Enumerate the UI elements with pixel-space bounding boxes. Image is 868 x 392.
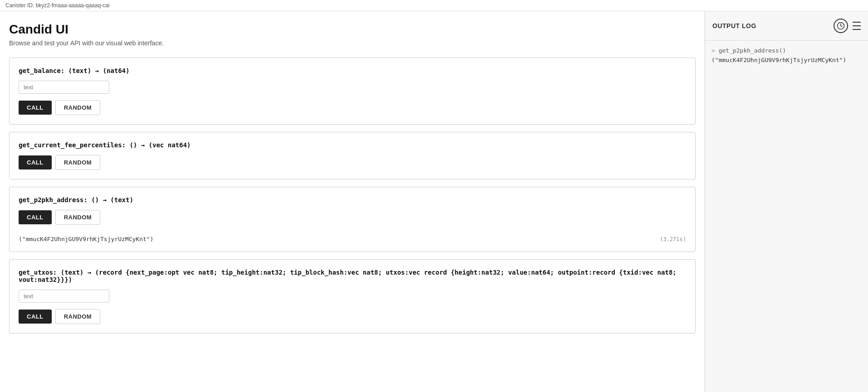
left-panel: Candid UI Browse and test your API with … <box>0 11 705 392</box>
get-p2pkh-result-row: ("mmucK4F2UhnjGU9V9rhKjTsjyrUzMCyKnt") (… <box>19 231 686 242</box>
output-entry-0: get_p2pkh_address() ("mmucK4F2UhnjGU9V9r… <box>711 45 862 64</box>
api-signature-get-p2pkh-address: get_p2pkh_address: () → (text) <box>19 196 686 203</box>
get-utxos-call-button[interactable]: CALL <box>19 310 52 324</box>
output-call-0: get_p2pkh_address() <box>711 45 862 56</box>
right-header-controls <box>834 19 861 33</box>
main-layout: Candid UI Browse and test your API with … <box>0 11 868 392</box>
api-card-get-p2pkh-address: get_p2pkh_address: () → (text) CALL RAND… <box>9 187 696 252</box>
api-signature-get-current-fee-percentiles: get_current_fee_percentiles: () → (vec n… <box>19 141 686 149</box>
output-log-content: get_p2pkh_address() ("mmucK4F2UhnjGU9V9r… <box>705 41 868 392</box>
output-log-title: OUTPUT LOG <box>712 22 756 29</box>
get-balance-call-button[interactable]: CALL <box>19 101 52 115</box>
get-p2pkh-btn-row: CALL RANDOM <box>19 210 686 225</box>
get-utxos-random-button[interactable]: RANDOM <box>55 309 101 324</box>
clock-icon[interactable] <box>834 19 848 33</box>
output-result-0: ("mmucK4F2UhnjGU9V9rhKjTsjyrUzMCyKnt") <box>711 56 862 64</box>
right-panel: OUTPUT LOG get_p2pkh_address() <box>705 11 868 392</box>
api-signature-get-utxos: get_utxos: (text) → (record {next_page:o… <box>19 269 686 283</box>
top-bar: Canister ID: bkyz2-fmaaa-aaaaa-qaaaq-cai <box>0 0 868 11</box>
page-subtitle: Browse and test your API with our visual… <box>9 39 696 47</box>
api-card-get-current-fee-percentiles: get_current_fee_percentiles: () → (vec n… <box>9 132 696 179</box>
get-balance-input[interactable] <box>19 81 109 94</box>
get-utxos-btn-row: CALL RANDOM <box>19 309 686 324</box>
api-signature-get-balance: get_balance: (text) → (nat64) <box>19 67 686 74</box>
get-utxos-input[interactable] <box>19 290 109 303</box>
canister-id-label: Canister ID: bkyz2-fmaaa-aaaaa-qaaaq-cai <box>5 2 109 9</box>
get-balance-btn-row: CALL RANDOM <box>19 100 686 115</box>
page-title: Candid UI <box>9 22 696 37</box>
get-p2pkh-random-button[interactable]: RANDOM <box>55 210 101 225</box>
svg-line-2 <box>841 26 842 27</box>
right-panel-header: OUTPUT LOG <box>705 11 868 41</box>
get-current-fee-btn-row: CALL RANDOM <box>19 155 686 170</box>
get-p2pkh-result-value: ("mmucK4F2UhnjGU9V9rhKjTsjyrUzMCyKnt") <box>19 236 153 242</box>
get-current-fee-random-button[interactable]: RANDOM <box>55 155 101 170</box>
get-p2pkh-result-time: (3.271s) <box>660 236 686 242</box>
get-p2pkh-call-button[interactable]: CALL <box>19 210 52 224</box>
get-balance-random-button[interactable]: RANDOM <box>55 100 101 115</box>
list-icon[interactable] <box>853 21 861 31</box>
api-card-get-utxos: get_utxos: (text) → (record {next_page:o… <box>9 259 696 334</box>
api-card-get-balance: get_balance: (text) → (nat64) CALL RANDO… <box>9 58 696 125</box>
get-current-fee-call-button[interactable]: CALL <box>19 155 52 169</box>
